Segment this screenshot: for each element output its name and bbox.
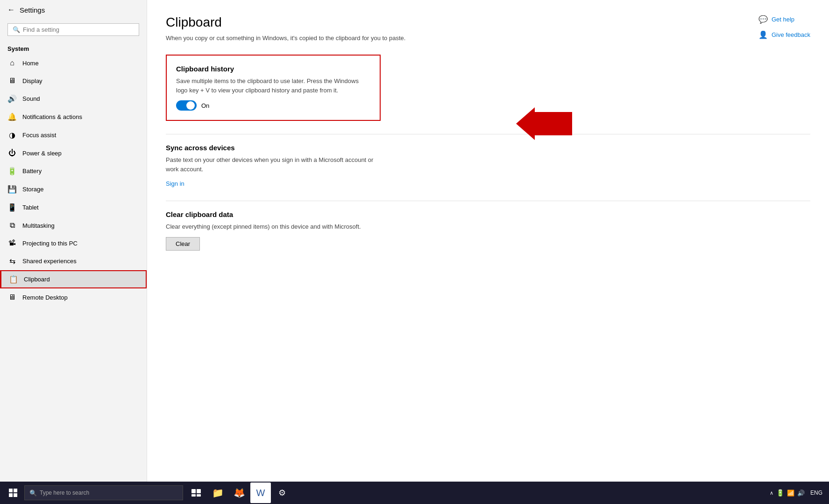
svg-rect-9 xyxy=(197,494,201,497)
shared-icon: ⇆ xyxy=(7,257,17,266)
volume-icon: 🔊 xyxy=(797,490,805,497)
sidebar-item-shared-label: Shared experiences xyxy=(22,258,77,265)
sidebar-item-storage[interactable]: 💾 Storage xyxy=(0,180,147,198)
sidebar-item-home-label: Home xyxy=(22,60,39,67)
multitasking-icon: ⧉ xyxy=(7,221,17,230)
svg-rect-3 xyxy=(14,489,17,492)
svg-rect-6 xyxy=(191,489,196,493)
home-icon: ⌂ xyxy=(7,59,17,67)
main-content: Clipboard When you copy or cut something… xyxy=(147,0,829,482)
clear-data-description: Clear everything (except pinned items) o… xyxy=(166,222,381,231)
taskbar-search-label: Type here to search xyxy=(40,490,89,496)
sidebar-item-sound[interactable]: 🔊 Sound xyxy=(0,90,147,108)
help-panel: 💬 Get help 👤 Give feedback xyxy=(758,15,810,39)
sidebar-item-notifications[interactable]: 🔔 Notifications & actions xyxy=(0,108,147,126)
sync-devices-section: Sync across devices Paste text on your o… xyxy=(166,144,381,188)
tablet-icon: 📱 xyxy=(7,203,17,212)
sidebar-item-projecting[interactable]: 📽 Projecting to this PC xyxy=(0,234,147,252)
clipboard-icon: 📋 xyxy=(9,275,18,284)
sidebar-item-remote[interactable]: 🖥 Remote Desktop xyxy=(0,288,147,306)
give-feedback-label: Give feedback xyxy=(772,31,810,38)
clear-data-title: Clear clipboard data xyxy=(166,210,381,218)
sidebar-item-sound-label: Sound xyxy=(22,95,40,102)
system-tray: ∧ 🔋 📶 🔊 xyxy=(770,489,805,497)
clipboard-history-description: Save multiple items to the clipboard to … xyxy=(176,77,370,95)
sidebar-item-shared[interactable]: ⇆ Shared experiences xyxy=(0,252,147,270)
sidebar-item-multitasking[interactable]: ⧉ Multitasking xyxy=(0,217,147,234)
get-help-link[interactable]: 💬 Get help xyxy=(758,15,810,24)
network-icon: 📶 xyxy=(787,490,794,497)
power-icon: ⏻ xyxy=(7,149,17,157)
taskbar-right: ∧ 🔋 📶 🔊 ENG xyxy=(770,489,826,497)
sidebar-item-focus[interactable]: ◑ Focus assist xyxy=(0,126,147,144)
svg-marker-0 xyxy=(516,107,572,140)
clear-data-section: Clear clipboard data Clear everything (e… xyxy=(166,210,381,251)
firefox-button[interactable]: 🦊 xyxy=(229,483,249,503)
battery-tray-icon: 🔋 xyxy=(776,489,784,497)
sidebar-item-remote-label: Remote Desktop xyxy=(22,294,68,301)
start-button[interactable] xyxy=(3,483,23,503)
svg-rect-4 xyxy=(9,493,13,497)
sidebar-item-display[interactable]: 🖥 Display xyxy=(0,72,147,90)
taskbar: 🔍 Type here to search 📁 🦊 W ⚙ ∧ 🔋 📶 🔊 EN… xyxy=(0,482,829,504)
sidebar-item-display-label: Display xyxy=(22,77,43,84)
clipboard-history-title: Clipboard history xyxy=(176,65,370,73)
sidebar-item-clipboard-label: Clipboard xyxy=(24,276,50,283)
get-help-label: Get help xyxy=(772,16,794,23)
svg-rect-7 xyxy=(197,489,201,493)
taskbar-search[interactable]: 🔍 Type here to search xyxy=(24,485,183,500)
sidebar-item-battery[interactable]: 🔋 Battery xyxy=(0,162,147,180)
remote-icon: 🖥 xyxy=(7,293,17,301)
sidebar-item-notifications-label: Notifications & actions xyxy=(22,113,82,120)
sidebar-item-clipboard[interactable]: 📋 Clipboard xyxy=(0,270,147,288)
divider-1 xyxy=(166,134,810,134)
taskbar-icons: 📁 🦊 W ⚙ xyxy=(186,483,292,503)
toggle-row: On xyxy=(176,100,370,111)
sidebar-item-tablet-label: Tablet xyxy=(22,204,39,211)
sidebar-item-battery-label: Battery xyxy=(22,168,42,175)
svg-rect-2 xyxy=(9,489,13,492)
sync-devices-title: Sync across devices xyxy=(166,144,381,152)
sidebar-item-tablet[interactable]: 📱 Tablet xyxy=(0,198,147,217)
task-view-button[interactable] xyxy=(186,483,206,503)
sidebar-item-projecting-label: Projecting to this PC xyxy=(22,240,78,247)
sidebar-item-focus-label: Focus assist xyxy=(22,132,56,139)
sidebar: ← Settings 🔍 System ⌂ Home 🖥 Display 🔊 S… xyxy=(0,0,147,482)
sidebar-title: Settings xyxy=(20,6,45,14)
sidebar-item-multitasking-label: Multitasking xyxy=(22,222,55,229)
back-button[interactable]: ← xyxy=(7,6,15,14)
search-box[interactable]: 🔍 xyxy=(7,23,139,36)
sync-devices-description: Paste text on your other devices when yo… xyxy=(166,155,381,174)
taskbar-lang: ENG xyxy=(810,490,822,496)
svg-rect-5 xyxy=(14,493,17,497)
settings-button[interactable]: ⚙ xyxy=(272,483,292,503)
divider-2 xyxy=(166,201,810,201)
search-icon: 🔍 xyxy=(13,26,20,33)
give-feedback-icon: 👤 xyxy=(758,30,768,39)
sidebar-item-power[interactable]: ⏻ Power & sleep xyxy=(0,144,147,162)
annotation-arrow-history xyxy=(516,107,572,142)
storage-icon: 💾 xyxy=(7,185,17,194)
battery-icon: 🔋 xyxy=(7,167,17,175)
sidebar-header: ← Settings xyxy=(0,0,147,20)
search-input[interactable] xyxy=(23,26,134,33)
svg-rect-8 xyxy=(191,494,196,497)
notifications-icon: 🔔 xyxy=(7,112,17,121)
sidebar-item-storage-label: Storage xyxy=(22,186,44,193)
projecting-icon: 📽 xyxy=(7,239,17,247)
clear-button[interactable]: Clear xyxy=(166,237,200,251)
word-button[interactable]: W xyxy=(250,483,271,503)
file-explorer-button[interactable]: 📁 xyxy=(207,483,228,503)
toggle-knob xyxy=(186,101,195,110)
give-feedback-link[interactable]: 👤 Give feedback xyxy=(758,30,810,39)
sign-in-link[interactable]: Sign in xyxy=(166,180,184,187)
sound-icon: 🔊 xyxy=(7,94,17,103)
system-label: System xyxy=(0,42,147,54)
page-description: When you copy or cut something in Window… xyxy=(166,35,810,42)
clipboard-history-section: Clipboard history Save multiple items to… xyxy=(166,55,381,121)
display-icon: 🖥 xyxy=(7,77,17,85)
sidebar-item-home[interactable]: ⌂ Home xyxy=(0,54,147,72)
clipboard-history-toggle[interactable] xyxy=(176,100,197,111)
chevron-up-icon[interactable]: ∧ xyxy=(770,490,773,496)
page-title: Clipboard xyxy=(166,15,810,30)
